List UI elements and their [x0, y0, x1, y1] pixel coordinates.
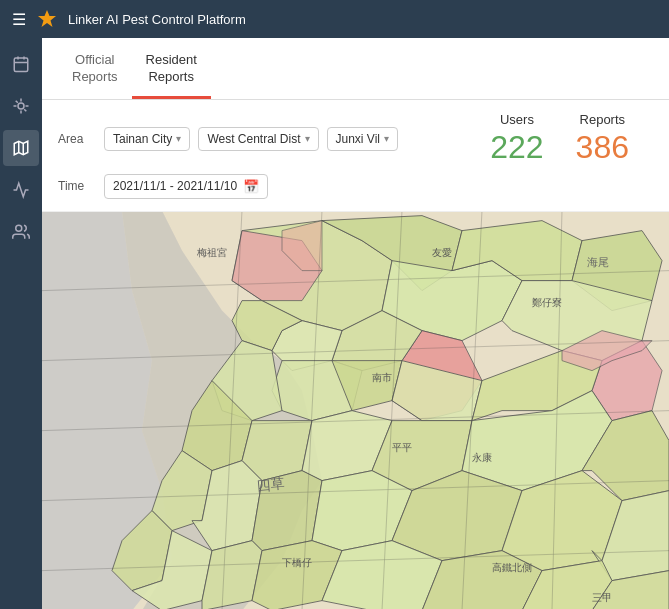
reports-value: 386 — [576, 129, 629, 166]
village-dropdown-arrow: ▾ — [384, 133, 389, 144]
users-stat: Users 222 — [490, 112, 543, 166]
sidebar-item-pest[interactable] — [3, 88, 39, 124]
tabs-bar: Official Reports Resident Reports — [42, 38, 669, 100]
tab-resident-reports[interactable]: Resident Reports — [132, 38, 211, 99]
svg-point-14 — [16, 225, 22, 231]
topbar: ☰ Linker AI Pest Control Platform — [0, 0, 669, 38]
calendar-icon: 📅 — [243, 179, 259, 194]
svg-text:梅祖宮: 梅祖宮 — [196, 246, 227, 257]
svg-text:四草: 四草 — [256, 476, 285, 493]
map-svg: 四草 海尾 友愛 鄭仔寮 南市 平平 永康 下橋仔 高鐵北側 三甲 梅祖宮 — [42, 212, 669, 609]
time-label: Time — [58, 179, 96, 193]
svg-text:友愛: 友愛 — [432, 246, 452, 257]
svg-text:三甲: 三甲 — [592, 591, 612, 602]
svg-marker-0 — [38, 10, 56, 27]
map-area: 四草 海尾 友愛 鄭仔寮 南市 平平 永康 下橋仔 高鐵北側 三甲 梅祖宮 — [42, 212, 669, 609]
sidebar — [0, 38, 42, 609]
sidebar-item-users[interactable] — [3, 214, 39, 250]
stats-panel: Users 222 Reports 386 — [490, 112, 653, 166]
app-title: Linker AI Pest Control Platform — [68, 12, 246, 27]
date-range-input[interactable]: 2021/11/1 - 2021/11/10 📅 — [104, 174, 268, 199]
city-value: Tainan City — [113, 132, 172, 146]
svg-rect-1 — [14, 58, 28, 72]
svg-line-9 — [24, 109, 26, 111]
district-dropdown[interactable]: West Central Dist ▾ — [198, 127, 318, 151]
svg-text:海尾: 海尾 — [587, 255, 609, 267]
menu-icon[interactable]: ☰ — [12, 10, 26, 29]
district-dropdown-arrow: ▾ — [305, 133, 310, 144]
tab-official-reports[interactable]: Official Reports — [58, 38, 132, 99]
village-dropdown[interactable]: Junxi Vil ▾ — [327, 127, 398, 151]
city-dropdown-arrow: ▾ — [176, 133, 181, 144]
svg-text:南市: 南市 — [372, 371, 392, 382]
time-row: Time 2021/11/1 - 2021/11/10 📅 — [58, 174, 653, 199]
svg-line-8 — [16, 101, 18, 103]
main-layout: Official Reports Resident Reports Area T… — [0, 38, 669, 609]
sidebar-item-map[interactable] — [3, 130, 39, 166]
reports-stat: Reports 386 — [576, 112, 629, 166]
area-row: Area Tainan City ▾ West Central Dist ▾ J… — [58, 112, 653, 166]
svg-text:平平: 平平 — [392, 441, 412, 452]
svg-point-5 — [18, 103, 24, 109]
date-range-value: 2021/11/1 - 2021/11/10 — [113, 179, 237, 193]
svg-text:下橋仔: 下橋仔 — [282, 556, 312, 567]
users-label: Users — [490, 112, 543, 127]
sidebar-item-calendar[interactable] — [3, 46, 39, 82]
reports-label: Reports — [576, 112, 629, 127]
svg-text:永康: 永康 — [472, 451, 492, 462]
svg-text:高鐵北側: 高鐵北側 — [492, 561, 532, 572]
sidebar-item-chart[interactable] — [3, 172, 39, 208]
users-value: 222 — [490, 129, 543, 166]
area-label: Area — [58, 132, 96, 146]
svg-text:鄭仔寮: 鄭仔寮 — [532, 296, 562, 307]
city-dropdown[interactable]: Tainan City ▾ — [104, 127, 190, 151]
content-area: Official Reports Resident Reports Area T… — [42, 38, 669, 609]
district-value: West Central Dist — [207, 132, 300, 146]
village-value: Junxi Vil — [336, 132, 380, 146]
logo-icon — [36, 8, 58, 30]
controls-panel: Area Tainan City ▾ West Central Dist ▾ J… — [42, 100, 669, 212]
